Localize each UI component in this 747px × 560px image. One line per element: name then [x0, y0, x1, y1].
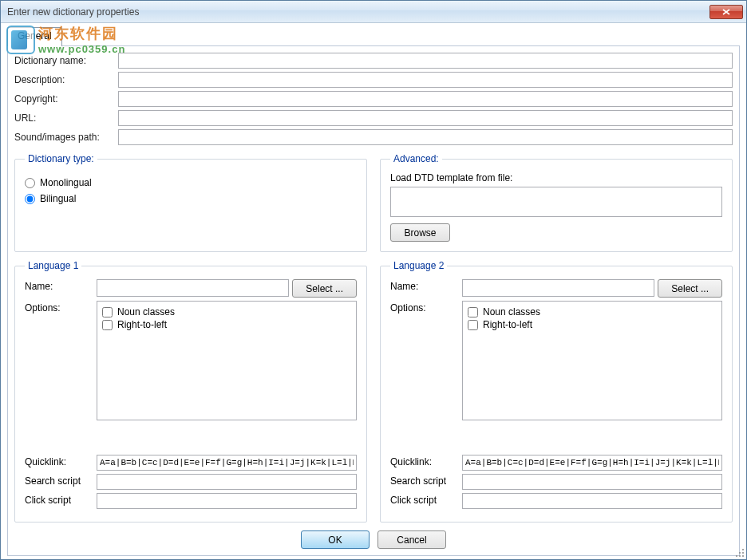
lang1-options-box: Noun classes Right-to-left	[97, 301, 357, 420]
button-bar: OK Cancel	[14, 523, 733, 550]
label-lang1-click: Click script	[25, 493, 97, 506]
label-dictionary-name: Dictionary name:	[14, 55, 118, 66]
lang1-click-input[interactable]	[97, 493, 357, 509]
lang1-noun-classes-label: Noun classes	[117, 306, 175, 317]
svg-point-5	[742, 555, 744, 557]
lang1-select-button[interactable]: Select ...	[292, 279, 357, 298]
svg-point-3	[736, 555, 737, 557]
svg-point-0	[742, 549, 744, 550]
content-area: General Dictionary name: Description: Co…	[1, 23, 746, 559]
lang2-noun-classes-row[interactable]: Noun classes	[468, 306, 717, 317]
lang2-noun-classes-label: Noun classes	[483, 306, 540, 317]
tab-general[interactable]: General	[7, 27, 62, 46]
lang2-noun-classes-checkbox[interactable]	[468, 307, 478, 317]
window-title: Enter new dictionary properties	[7, 6, 139, 18]
svg-point-1	[739, 552, 741, 554]
svg-point-2	[742, 552, 744, 554]
legend-dictionary-type: Dictionary type:	[25, 153, 97, 164]
tabstrip: General	[7, 26, 740, 45]
lang1-noun-classes-checkbox[interactable]	[102, 307, 113, 317]
legend-language-2: Language 2	[390, 260, 447, 271]
browse-button[interactable]: Browse	[390, 223, 450, 242]
url-input[interactable]	[118, 110, 733, 126]
lang2-click-input[interactable]	[462, 493, 722, 509]
lang1-name-input[interactable]	[97, 279, 289, 297]
lang2-rtl-label: Right-to-left	[483, 319, 532, 330]
lang1-rtl-row[interactable]: Right-to-left	[102, 319, 351, 330]
label-load-dtd: Load DTD template from file:	[390, 172, 722, 183]
svg-point-4	[739, 555, 741, 557]
label-lang2-quicklink: Quicklink:	[390, 455, 462, 467]
lang2-quicklink-input[interactable]	[462, 455, 722, 471]
close-button[interactable]	[709, 5, 743, 19]
fieldset-language-2: Language 2 Name: Select ... Options:	[380, 260, 733, 523]
close-icon	[722, 9, 730, 15]
radio-monolingual-label: Monolingual	[40, 177, 92, 188]
lang2-options-box: Noun classes Right-to-left	[462, 301, 722, 420]
lang2-name-input[interactable]	[462, 279, 654, 297]
label-lang1-options: Options:	[25, 301, 97, 314]
label-description: Description:	[14, 74, 118, 85]
dialog-window: Enter new dictionary properties 河东软件园 ww…	[0, 0, 747, 560]
titlebar[interactable]: Enter new dictionary properties	[1, 1, 746, 23]
label-lang2-name: Name:	[390, 279, 462, 292]
lang2-rtl-row[interactable]: Right-to-left	[468, 319, 717, 330]
label-lang1-quicklink: Quicklink:	[25, 455, 97, 467]
lang2-search-input[interactable]	[462, 474, 722, 490]
tab-panel-general: Dictionary name: Description: Copyright:…	[7, 45, 740, 556]
dtd-template-input[interactable]	[390, 187, 722, 217]
resize-grip-icon[interactable]	[733, 546, 745, 558]
label-lang1-search: Search script	[25, 474, 97, 487]
label-lang2-options: Options:	[390, 301, 462, 314]
label-lang1-name: Name:	[25, 279, 97, 292]
lang1-search-input[interactable]	[97, 474, 357, 490]
lang1-rtl-checkbox[interactable]	[102, 320, 113, 330]
label-lang2-search: Search script	[390, 474, 462, 487]
radio-monolingual-row[interactable]: Monolingual	[25, 177, 357, 188]
label-url: URL:	[14, 112, 118, 124]
lang1-rtl-label: Right-to-left	[117, 319, 167, 330]
label-lang2-click: Click script	[390, 493, 462, 506]
description-input[interactable]	[118, 72, 733, 88]
lang2-select-button[interactable]: Select ...	[658, 279, 722, 298]
lang1-noun-classes-row[interactable]: Noun classes	[102, 306, 351, 317]
radio-bilingual-row[interactable]: Bilingual	[25, 193, 357, 204]
copyright-input[interactable]	[118, 91, 733, 107]
sound-path-input[interactable]	[118, 129, 733, 145]
fieldset-dictionary-type: Dictionary type: Monolingual Bilingual	[14, 153, 367, 252]
fieldset-language-1: Language 1 Name: Select ... Options:	[14, 260, 367, 523]
cancel-button[interactable]: Cancel	[377, 530, 446, 549]
radio-bilingual-label: Bilingual	[40, 193, 76, 204]
radio-monolingual[interactable]	[25, 178, 35, 188]
dictionary-name-input[interactable]	[118, 53, 733, 69]
fieldset-advanced: Advanced: Load DTD template from file: B…	[380, 153, 733, 252]
ok-button[interactable]: OK	[301, 530, 370, 549]
label-copyright: Copyright:	[14, 93, 118, 105]
legend-advanced: Advanced:	[390, 153, 442, 164]
lang2-rtl-checkbox[interactable]	[468, 320, 478, 330]
radio-bilingual[interactable]	[25, 194, 35, 204]
lang1-quicklink-input[interactable]	[97, 455, 357, 471]
legend-language-1: Language 1	[25, 260, 81, 271]
label-sound-path: Sound/images path:	[14, 132, 118, 143]
